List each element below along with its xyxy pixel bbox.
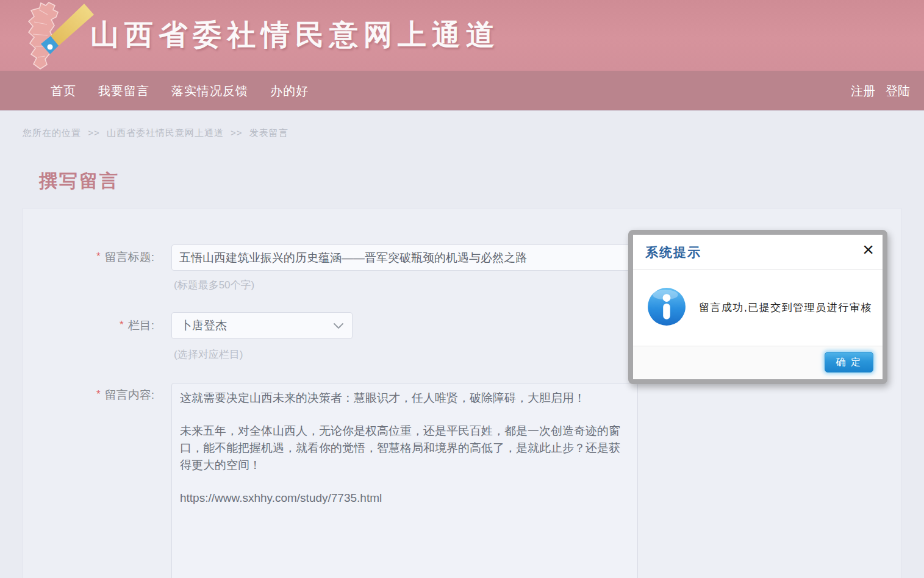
nav-item-feedback[interactable]: 落实情况反馈: [171, 83, 248, 99]
breadcrumb: 您所在的位置 >> 山西省委社情民意网上通道 >> 发表留言: [23, 127, 292, 139]
dialog-title: 系统提示: [645, 244, 701, 261]
message-title-input[interactable]: [171, 244, 638, 271]
page-title: 撰写留言: [39, 169, 120, 194]
register-link[interactable]: 注册: [851, 83, 875, 99]
close-icon[interactable]: ×: [862, 240, 874, 259]
required-mark: *: [120, 319, 124, 330]
site-title: 山西省委社情民意网上通道: [90, 16, 500, 54]
content-paragraph-url: https://www.sxhhy.com/study/7735.html: [180, 490, 629, 507]
category-field-hint: (选择对应栏目): [174, 348, 243, 362]
nav-items: 首页 我要留言 落实情况反馈 办的好: [51, 71, 309, 111]
confirm-button[interactable]: 确 定: [825, 352, 873, 373]
dialog-footer: 确 定: [633, 346, 883, 379]
info-icon: [646, 287, 687, 329]
login-link[interactable]: 登陆: [886, 83, 910, 99]
title-field-hint: (标题最多50个字): [174, 278, 254, 292]
nav-item-well-done[interactable]: 办的好: [270, 83, 309, 99]
breadcrumb-site-link[interactable]: 山西省委社情民意网上通道: [107, 127, 224, 138]
required-mark: *: [96, 388, 101, 400]
dialog-body: 留言成功,已提交到管理员进行审核: [633, 269, 883, 346]
main-nav: 首页 我要留言 落实情况反馈 办的好 注册 登陆: [0, 71, 924, 111]
system-prompt-dialog: 系统提示 × 留言成功,已提交到管理员进行审核 确 定: [628, 230, 887, 384]
dialog-header: 系统提示 ×: [633, 235, 883, 269]
category-field-label: *栏目:: [23, 318, 154, 334]
nav-auth: 注册 登陆: [851, 71, 910, 111]
nav-item-leave-message[interactable]: 我要留言: [98, 83, 149, 99]
shanxi-map-pen-logo-icon: [21, 1, 95, 70]
breadcrumb-separator: >>: [88, 127, 100, 138]
content-paragraph: 未来五年，对全体山西人，无论你是权高位重，还是平民百姓，都是一次创造奇迹的窗口，…: [180, 423, 629, 474]
site-header: 山西省委社情民意网上通道: [0, 0, 924, 71]
chevron-down-icon: [334, 319, 343, 332]
nav-item-home[interactable]: 首页: [51, 83, 76, 99]
message-content-textarea[interactable]: 这就需要决定山西未来的决策者：慧眼识才，任人唯贤，破除障碍，大胆启用！ 未来五年…: [171, 383, 638, 578]
title-field-label: *留言标题:: [23, 249, 154, 265]
content-field-label: *留言内容:: [23, 387, 154, 403]
breadcrumb-separator: >>: [231, 127, 243, 138]
category-select[interactable]: 卜唐登杰: [171, 312, 353, 339]
category-selected-value: 卜唐登杰: [181, 318, 227, 334]
breadcrumb-current: 发表留言: [249, 127, 288, 138]
content-paragraph: 这就需要决定山西未来的决策者：慧眼识才，任人唯贤，破除障碍，大胆启用！: [180, 390, 629, 407]
dialog-message: 留言成功,已提交到管理员进行审核: [699, 301, 872, 315]
required-mark: *: [96, 251, 101, 262]
breadcrumb-prefix: 您所在的位置: [23, 127, 81, 138]
